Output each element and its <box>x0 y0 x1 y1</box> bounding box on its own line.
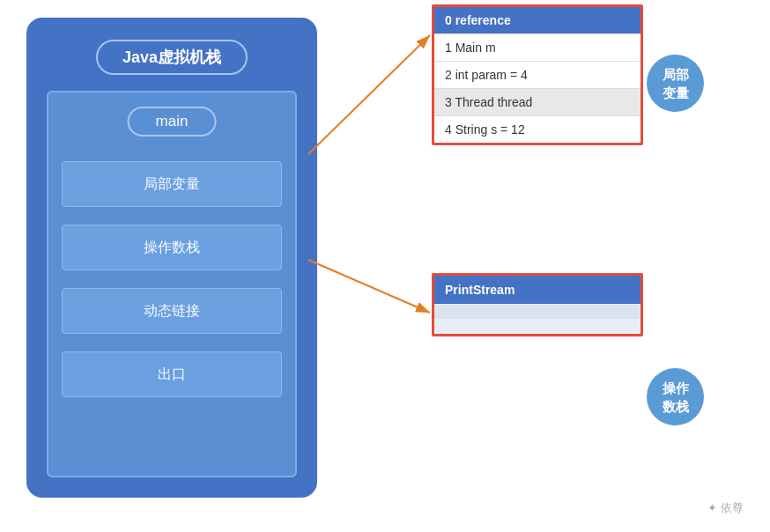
locals-bubble-label: 局部变量 <box>647 55 704 112</box>
frame-box: main 局部变量 操作数栈 动态链接 出口 <box>47 91 297 477</box>
section-locals: 局部变量 <box>62 161 282 207</box>
jvm-box: Java虚拟机栈 main 局部变量 操作数栈 动态链接 出口 <box>26 18 317 498</box>
locals-row-2: 2 int param = 4 <box>434 62 640 89</box>
main-container: Java虚拟机栈 main 局部变量 操作数栈 动态链接 出口 0 refere… <box>0 0 770 532</box>
watermark: ✦ 依尊 <box>707 500 744 516</box>
locals-row-0: 0 reference <box>434 7 640 34</box>
svg-line-1 <box>308 35 430 154</box>
jvm-title: Java虚拟机栈 <box>96 40 248 75</box>
ops-bubble-label: 操作数栈 <box>647 368 704 425</box>
section-exit: 出口 <box>62 351 282 397</box>
section-dynamic: 动态链接 <box>62 288 282 334</box>
frame-title: main <box>128 107 217 137</box>
ops-row-1 <box>434 305 640 320</box>
ops-row-0: PrintStream <box>434 276 640 305</box>
locals-table: 0 reference 1 Main m 2 int param = 4 3 T… <box>432 4 643 145</box>
section-ops: 操作数栈 <box>62 225 282 270</box>
locals-row-4: 4 String s = 12 <box>434 116 640 143</box>
locals-row-1: 1 Main m <box>434 34 640 62</box>
locals-row-3: 3 Thread thread <box>434 89 640 116</box>
svg-line-2 <box>308 260 430 313</box>
ops-table: PrintStream <box>432 273 643 336</box>
ops-row-2 <box>434 320 640 334</box>
